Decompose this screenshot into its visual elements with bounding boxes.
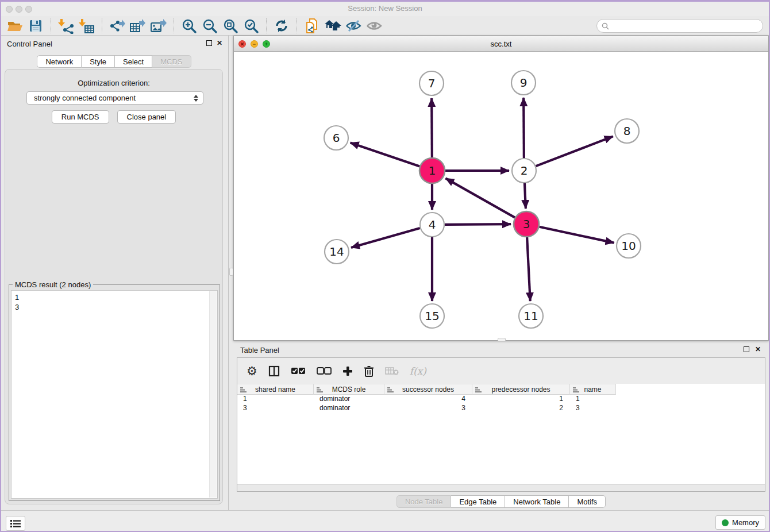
graph-edge-1-6[interactable] (351, 142, 420, 166)
memory-button[interactable]: Memory (715, 515, 765, 530)
zoom-in-button[interactable] (179, 17, 199, 34)
go-home-button[interactable] (322, 17, 343, 34)
export-image-button[interactable] (148, 17, 169, 34)
graph-node-9[interactable]: 9 (511, 71, 536, 95)
graph-node-7[interactable]: 7 (419, 71, 444, 95)
result-scrollbar[interactable] (209, 291, 217, 498)
graph-node-8[interactable]: 8 (615, 119, 639, 143)
column-header-predecessor-nodes[interactable]: predecessor nodes (472, 384, 570, 395)
apply-function-button[interactable]: f(x) (410, 364, 426, 379)
table-cell[interactable]: 3 (384, 404, 472, 413)
close-panel-icon[interactable]: ✕ (217, 39, 222, 47)
close-panel-button[interactable]: Close panel (117, 110, 176, 124)
column-header-successor-nodes[interactable]: successor nodes (384, 384, 472, 395)
graph-edge-4-3[interactable] (445, 224, 511, 225)
tab-style[interactable]: Style (82, 55, 115, 68)
import-table-button[interactable] (76, 17, 97, 34)
table-cell[interactable]: 3 (570, 404, 616, 413)
tab-select[interactable]: Select (115, 55, 152, 68)
run-mcds-button[interactable]: Run MCDS (52, 110, 109, 124)
show-hidden-button[interactable] (364, 17, 384, 34)
table-cell[interactable]: 3 (237, 404, 314, 413)
control-panel-header: Control Panel ✕ (0, 36, 228, 52)
graph-edge-2-3[interactable] (525, 183, 526, 209)
table-horizontal-scrollbar[interactable] (237, 484, 765, 491)
graph-node-10[interactable]: 10 (617, 234, 641, 258)
table-cell[interactable]: 4 (384, 395, 472, 404)
graph-edge-3-11[interactable] (527, 237, 530, 301)
refresh-layout-button[interactable] (271, 17, 292, 34)
table-cell[interactable]: 1 (570, 395, 616, 404)
column-header-name[interactable]: name (570, 384, 616, 395)
tab-network[interactable]: Network (37, 55, 82, 68)
import-network-button[interactable] (56, 17, 76, 34)
table-cell[interactable]: dominator (314, 404, 384, 413)
export-network-button[interactable] (107, 17, 128, 34)
graph-node-15[interactable]: 15 (420, 304, 444, 328)
float-table-panel-icon[interactable] (744, 346, 749, 352)
network-titlebar[interactable]: ✕ − + scc.txt (234, 36, 768, 52)
clone-network-button[interactable] (302, 17, 322, 34)
task-history-button[interactable] (6, 516, 25, 531)
zoom-out-icon (202, 18, 218, 34)
vertical-splitter-grip[interactable] (229, 268, 233, 276)
zoom-selected-button[interactable] (241, 17, 261, 34)
delete-column-button[interactable] (364, 364, 374, 379)
horizontal-splitter-grip[interactable] (498, 338, 506, 342)
save-session-button[interactable] (25, 17, 46, 34)
export-table-button[interactable] (128, 17, 148, 34)
graph-node-2[interactable]: 2 (512, 159, 536, 183)
table-settings-button[interactable]: ⚙ (247, 364, 257, 379)
mcds-result-textarea[interactable]: 13 (11, 290, 218, 499)
graph-edge-3-1[interactable] (445, 178, 515, 217)
table-row[interactable]: 1dominator411 (237, 395, 765, 404)
split-columns-button[interactable] (268, 364, 280, 379)
graph-edge-2-8[interactable] (536, 136, 613, 166)
float-panel-icon[interactable] (206, 40, 212, 46)
session-title: Session: New Session (0, 4, 770, 13)
network-canvas[interactable]: 7968124314101511 (234, 52, 768, 340)
optimization-criterion-select[interactable]: strongly connected component (26, 91, 203, 105)
graph-edge-1-7[interactable] (432, 98, 432, 157)
graph-node-4[interactable]: 4 (420, 213, 444, 237)
tab-network-table[interactable]: Network Table (505, 495, 569, 508)
table-row[interactable]: 3dominator323 (237, 404, 765, 413)
toolbar-separator (266, 18, 267, 33)
tab-mcds[interactable]: MCDS (152, 55, 191, 68)
table-cell[interactable]: dominator (314, 395, 384, 404)
refresh-icon (274, 18, 289, 33)
graph-edge-2-9[interactable] (523, 98, 524, 158)
graph-node-14[interactable]: 14 (325, 240, 349, 264)
table-cell[interactable]: 1 (472, 395, 570, 404)
mcds-panel: Optimization criterion: strongly connect… (5, 69, 223, 504)
zoom-fit-button[interactable] (220, 17, 241, 34)
search-input[interactable] (612, 20, 763, 32)
column-header-shared-name[interactable]: shared name (237, 384, 314, 395)
search-field[interactable] (596, 19, 763, 33)
sort-icon (317, 387, 323, 393)
open-session-button[interactable] (5, 17, 25, 34)
table-cell[interactable]: 1 (237, 395, 314, 404)
graph-node-6[interactable]: 6 (324, 126, 348, 150)
add-column-button[interactable] (342, 364, 353, 379)
tab-node-table[interactable]: Node Table (396, 495, 452, 508)
delete-table-button[interactable] (385, 364, 399, 379)
export-table-icon (129, 18, 147, 34)
graph-node-label: 8 (623, 124, 631, 138)
graph-edge-4-14[interactable] (351, 228, 420, 248)
deselect-all-button[interactable] (317, 364, 332, 379)
select-all-button[interactable] (291, 364, 306, 379)
column-header-MCDS-role[interactable]: MCDS role (314, 384, 384, 395)
status-bar: Memory (0, 510, 770, 532)
hide-selected-button[interactable] (343, 17, 364, 34)
graph-node-3[interactable]: 3 (514, 211, 539, 237)
close-table-panel-icon[interactable]: ✕ (755, 345, 761, 353)
graph-edge-3-10[interactable] (539, 227, 614, 243)
table-cell[interactable]: 2 (472, 404, 570, 413)
tab-edge-table[interactable]: Edge Table (451, 495, 505, 508)
graph-node-11[interactable]: 11 (519, 304, 543, 328)
graph-node-1[interactable]: 1 (419, 158, 445, 183)
tab-motifs[interactable]: Motifs (569, 495, 606, 508)
columns-icon (268, 365, 280, 377)
zoom-out-button[interactable] (199, 17, 220, 34)
